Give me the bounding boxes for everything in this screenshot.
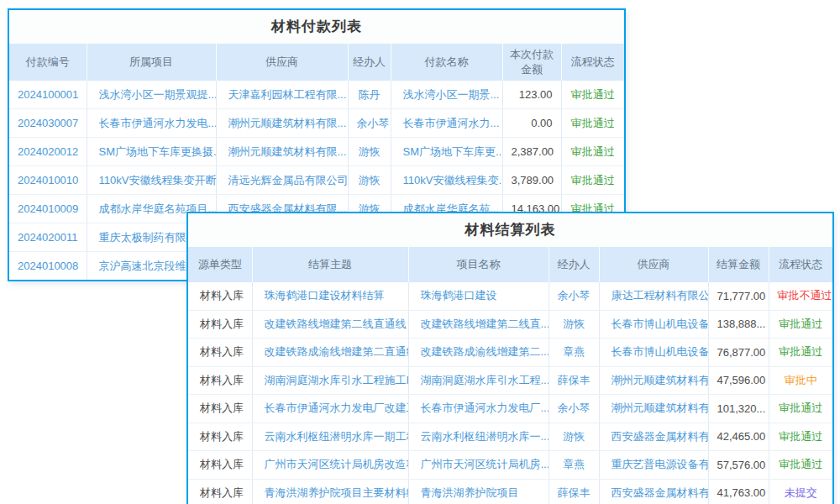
status-badge: 审批通过 (561, 81, 624, 109)
supplier-link[interactable]: 潮州元顺建筑材料有... (599, 395, 708, 423)
supplier-link[interactable]: 清远光辉金属品有限公司 (216, 166, 348, 195)
supplier-link[interactable]: 长春市博山机电设备... (599, 310, 708, 339)
supplier-link[interactable]: 天津嘉利园林工程有限... (216, 81, 348, 109)
project-link[interactable]: 浅水湾小区一期景观提... (87, 81, 216, 109)
handler-link[interactable]: 章燕 (549, 451, 599, 480)
column-header: 项目名称 (408, 247, 549, 282)
payment-id-link[interactable]: 2024030007 (9, 109, 87, 138)
status-badge: 审批通过 (769, 423, 832, 451)
source-type-value: 材料入库 (188, 282, 252, 310)
payment-id-link[interactable]: 2024020012 (9, 138, 87, 166)
settlement-amount-value: 47,596.00 (708, 366, 769, 395)
source-type-value: 材料入库 (188, 395, 252, 423)
payment-amount-value: 123.00 (502, 81, 561, 109)
payment-id-link[interactable]: 2024020011 (9, 223, 87, 252)
handler-link[interactable]: 陈丹 (348, 81, 391, 109)
column-header: 所属项目 (87, 44, 216, 81)
handler-link[interactable]: 游恢 (549, 423, 599, 451)
table-row: 材料入库长春市伊通河水力发电厂改建工程...长春市伊通河水力发电厂...余小琴潮… (188, 395, 832, 423)
handler-link[interactable]: 余小琴 (549, 395, 599, 423)
project-name-link[interactable]: 青海洪湖养护院项目 (408, 479, 549, 504)
payment-amount-value: 3,789.00 (502, 166, 561, 195)
settlement-table: 源单类型结算主题项目名称经办人供应商结算金额流程状态材料入库珠海鹤港口建设材料结… (188, 247, 832, 504)
source-type-value: 材料入库 (188, 451, 252, 480)
supplier-link[interactable]: 康达工程材料有限公司 (599, 282, 708, 310)
header-row: 付款编号所属项目供应商经办人付款名称本次付款金额流程状态 (9, 44, 624, 81)
project-name-link[interactable]: 长春市伊通河水力发电厂... (408, 395, 549, 423)
status-badge: 审批中 (769, 366, 832, 395)
settlement-list-title: 材料结算列表 (188, 213, 832, 247)
status-badge: 审批通过 (769, 451, 832, 480)
project-link[interactable]: SM广场地下车库更换摄... (87, 138, 216, 166)
project-name-link[interactable]: 改建铁路成渝线增建第二... (408, 339, 549, 367)
payment-id-link[interactable]: 2024010008 (9, 252, 87, 281)
column-header: 经办人 (549, 247, 599, 282)
supplier-link[interactable]: 重庆艺普电源设备有... (599, 451, 708, 480)
handler-link[interactable]: 余小琴 (348, 109, 391, 138)
status-badge: 未提交 (769, 479, 832, 504)
settlement-amount-value: 57,576.00 (708, 451, 769, 480)
project-name-link[interactable]: 改建铁路线增建第二线直... (408, 310, 549, 339)
column-header: 流程状态 (769, 247, 832, 282)
supplier-link[interactable]: 西安盛器金属材料有... (599, 479, 708, 504)
settlement-subject-link[interactable]: 改建铁路成渝线增建第二直通线（... (252, 339, 408, 367)
source-type-value: 材料入库 (188, 310, 252, 339)
supplier-link[interactable]: 潮州元顺建筑材料有限... (216, 109, 348, 138)
payment-amount-value: 0.00 (502, 109, 561, 138)
project-link[interactable]: 长春市伊通河水力发电... (87, 109, 216, 138)
payment-name-link[interactable]: 浅水湾小区一期景... (391, 81, 502, 109)
table-row: 材料入库湖南洞庭湖水库引水工程施工I标材...湖南洞庭湖水库引水工程...薛保丰… (188, 366, 832, 395)
column-header: 供应商 (216, 44, 348, 81)
handler-link[interactable]: 游恢 (348, 166, 391, 195)
settlement-amount-value: 101,320... (708, 395, 769, 423)
project-name-link[interactable]: 珠海鹤港口建设 (408, 282, 549, 310)
settlement-subject-link[interactable]: 湖南洞庭湖水库引水工程施工I标材... (252, 366, 408, 395)
project-name-link[interactable]: 湖南洞庭湖水库引水工程... (408, 366, 549, 395)
handler-link[interactable]: 薛保丰 (549, 479, 599, 504)
settlement-subject-link[interactable]: 长春市伊通河水力发电厂改建工程... (252, 395, 408, 423)
handler-link[interactable]: 余小琴 (549, 282, 599, 310)
settlement-subject-link[interactable]: 改建铁路线增建第二线直通线（成... (252, 310, 408, 339)
status-badge: 审批不通过 (769, 282, 832, 310)
status-badge: 审批通过 (561, 138, 624, 166)
supplier-link[interactable]: 长春市博山机电设备... (599, 339, 708, 367)
column-header: 经办人 (348, 44, 391, 81)
header-row: 源单类型结算主题项目名称经办人供应商结算金额流程状态 (188, 247, 832, 282)
supplier-link[interactable]: 西安盛器金属材料有... (599, 423, 708, 451)
settlement-subject-link[interactable]: 珠海鹤港口建设材料结算 (252, 282, 408, 310)
column-header: 结算金额 (708, 247, 769, 282)
payment-id-link[interactable]: 2024010009 (9, 195, 87, 223)
handler-link[interactable]: 游恢 (348, 138, 391, 166)
status-badge: 审批通过 (561, 109, 624, 138)
payment-list-title: 材料付款列表 (9, 10, 624, 44)
payment-name-link[interactable]: SM广场地下车库更... (391, 138, 502, 166)
settlement-subject-link[interactable]: 云南水利枢纽潜明水库一期工程施... (252, 423, 408, 451)
payment-id-link[interactable]: 2024100001 (9, 81, 87, 109)
handler-link[interactable]: 章燕 (549, 339, 599, 367)
status-badge: 审批通过 (769, 310, 832, 339)
project-name-link[interactable]: 云南水利枢纽潜明水库一... (408, 423, 549, 451)
column-header: 付款名称 (391, 44, 502, 81)
payment-amount-value: 2,387.00 (502, 138, 561, 166)
payment-name-link[interactable]: 长春市伊通河水力... (391, 109, 502, 138)
project-link[interactable]: 110kV安徽线程集变开断... (87, 166, 216, 195)
payment-id-link[interactable]: 2024010010 (9, 166, 87, 195)
handler-link[interactable]: 游恢 (549, 310, 599, 339)
column-header: 付款编号 (9, 44, 87, 81)
supplier-link[interactable]: 潮州元顺建筑材料有... (599, 366, 708, 395)
supplier-link[interactable]: 潮州元顺建筑材料有限... (216, 138, 348, 166)
source-type-value: 材料入库 (188, 423, 252, 451)
handler-link[interactable]: 薛保丰 (549, 366, 599, 395)
source-type-value: 材料入库 (188, 366, 252, 395)
payment-name-link[interactable]: 110kV安徽线程集变... (391, 166, 502, 195)
table-row: 材料入库云南水利枢纽潜明水库一期工程施...云南水利枢纽潜明水库一...游恢西安… (188, 423, 832, 451)
project-name-link[interactable]: 广州市天河区统计局机房... (408, 451, 549, 480)
table-row: 材料入库改建铁路成渝线增建第二直通线（...改建铁路成渝线增建第二...章燕长春… (188, 339, 832, 367)
settlement-subject-link[interactable]: 青海洪湖养护院项目主要材料结算 (252, 479, 408, 504)
settlement-subject-link[interactable]: 广州市天河区统计局机房改造项目... (252, 451, 408, 480)
column-header: 本次付款金额 (502, 44, 561, 81)
column-header: 源单类型 (188, 247, 252, 282)
settlement-amount-value: 138,888... (708, 310, 769, 339)
settlement-amount-value: 71,777.00 (708, 282, 769, 310)
settlement-list-panel: 材料结算列表 源单类型结算主题项目名称经办人供应商结算金额流程状态材料入库珠海鹤… (186, 212, 834, 504)
